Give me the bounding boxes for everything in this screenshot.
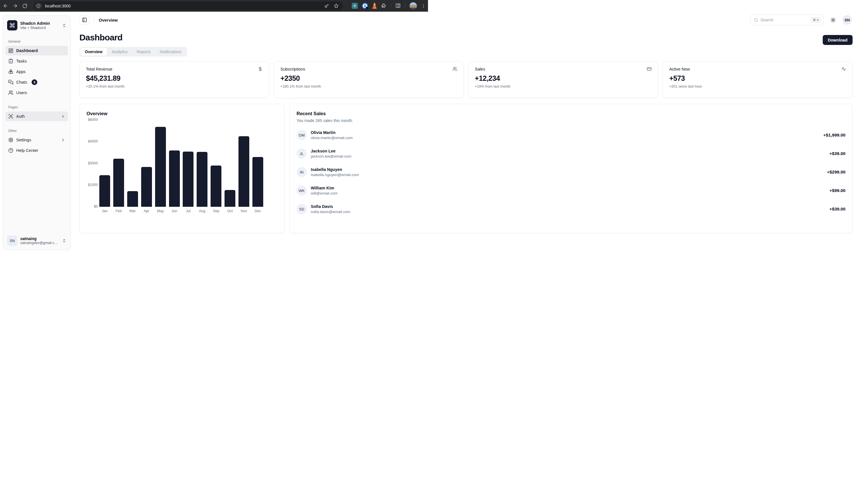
onepassword-icon[interactable] [362, 3, 368, 9]
tab-reports[interactable]: Reports [132, 48, 155, 56]
help-circle-icon [8, 148, 13, 153]
sidebar-item-chats[interactable]: Chats 3 [5, 77, 68, 87]
sidebar: Shadcn Admin Vite + ShadcnUI General Das… [3, 15, 71, 250]
gear-icon [8, 137, 13, 143]
sidebar-item-help-center[interactable]: Help Center [5, 146, 68, 155]
chart-bar[interactable] [211, 165, 222, 207]
chart-bar-column: Jun [169, 120, 180, 207]
recent-sales-title: Recent Sales [297, 111, 428, 116]
key-icon[interactable] [325, 3, 329, 8]
sale-email: olivia.martin@email.com [311, 136, 428, 140]
forward-icon[interactable] [10, 1, 20, 11]
team-switcher[interactable]: Shadcn Admin Vite + ShadcnUI [5, 18, 68, 33]
reading-list-icon[interactable] [395, 3, 401, 8]
list-item: JL Jackson Lee jackson.lee@email.com +$3… [297, 148, 428, 159]
chart-xtick-label: Dec [252, 209, 263, 213]
avatar: IN [297, 167, 307, 177]
tab-notifications[interactable]: Notifications [155, 48, 186, 56]
sidebar-item-apps[interactable]: Apps [5, 67, 68, 76]
sale-name: Olivia Martin [311, 130, 428, 135]
chart-bar[interactable] [239, 136, 249, 207]
stat-value: $45,231.89 [86, 74, 263, 83]
user-name: satnaing [20, 236, 59, 241]
chevrons-up-down-icon [62, 239, 66, 243]
chart-xtick-label: Sep [210, 209, 222, 213]
user-menu[interactable]: SN satnaing satnaingdev@gmail.com [5, 234, 68, 248]
sidebar-item-settings[interactable]: Settings [5, 135, 68, 145]
info-icon[interactable] [35, 2, 42, 10]
overview-chart-card: Overview $6000$4500$3000$1500$0 JanFebMa… [80, 104, 284, 233]
stat-value: +2350 [280, 74, 428, 83]
chart-bar-column: May [155, 120, 166, 207]
chart-bar-column: Oct [224, 120, 235, 207]
reload-icon[interactable] [20, 1, 30, 11]
puzzle-icon[interactable] [381, 3, 386, 8]
stat-card-total-revenue: Total Revenue $45,231.89 +20.1% from las… [80, 61, 269, 98]
teal-extension-icon[interactable]: ✳ [352, 3, 358, 9]
sidebar-item-auth[interactable]: Auth [5, 111, 68, 121]
chart-bar[interactable] [99, 175, 110, 207]
avatar: WK [297, 185, 307, 196]
section-label-general: General [5, 39, 68, 43]
chart-bar[interactable] [252, 157, 263, 207]
url-text[interactable]: localhost:3000 [45, 4, 325, 8]
sidebar-item-users[interactable]: Users [5, 88, 68, 97]
chart-xtick-label: Jan [99, 209, 110, 213]
lighthouse-icon[interactable] [372, 3, 377, 9]
chart-ytick-label: $0 [87, 204, 98, 209]
tabs-list: Overview Analytics Reports Notifications [80, 47, 187, 57]
sidebar-item-label: Apps [16, 69, 25, 74]
command-icon [7, 20, 17, 31]
bar-chart: $6000$4500$3000$1500$0 JanFebMarAprMayJu… [87, 120, 277, 218]
chart-bar[interactable] [113, 159, 124, 207]
chart-title: Overview [87, 111, 277, 116]
stat-title: Subscriptions [280, 67, 305, 71]
page-title: Dashboard [80, 33, 428, 42]
panel-left-icon [82, 17, 87, 22]
chart-bar-column: Aug [196, 120, 208, 207]
chart-bar-column: Nov [238, 120, 249, 207]
chart-bar-column: Dec [252, 120, 263, 207]
chart-bar[interactable] [127, 191, 138, 207]
tab-analytics[interactable]: Analytics [107, 48, 132, 56]
chart-bar-column: Sep [210, 120, 222, 207]
breadcrumb: Overview [99, 18, 118, 22]
chart-bar[interactable] [169, 150, 180, 207]
chats-badge: 3 [32, 79, 37, 85]
avatar: SD [297, 204, 307, 214]
chart-xtick-label: Mar [127, 209, 138, 213]
user-avatar: SN [7, 235, 17, 246]
boxes-icon [8, 69, 13, 74]
section-label-other: Other [5, 129, 68, 133]
menu-dots-icon[interactable] [421, 4, 426, 8]
tab-overview[interactable]: Overview [80, 48, 107, 56]
chart-bar[interactable] [183, 151, 193, 207]
sidebar-item-tasks[interactable]: Tasks [5, 56, 68, 66]
profile-avatar[interactable] [409, 2, 417, 10]
chart-xtick-label: Oct [224, 209, 235, 213]
list-item: SD Sofia Davis sofia.davis@email.com +$3… [297, 204, 428, 214]
team-name: Shadcn Admin [20, 21, 59, 26]
sidebar-item-label: Dashboard [16, 48, 38, 53]
chart-bar[interactable] [197, 152, 207, 207]
chart-xtick-label: Feb [113, 209, 124, 213]
sidebar-toggle-button[interactable] [80, 15, 89, 25]
chart-bar[interactable] [225, 190, 235, 207]
sale-name: Jackson Lee [311, 149, 428, 153]
stat-change: +180.1% from last month [280, 84, 428, 88]
sale-email: sofia.davis@email.com [311, 210, 428, 214]
sidebar-item-label: Tasks [16, 59, 27, 64]
lock-scan-icon [8, 114, 13, 119]
sale-email: isabella.nguyen@email.com [311, 173, 428, 177]
stat-card-subscriptions: Subscriptions +2350 +180.1% from last mo… [274, 61, 428, 98]
sidebar-item-dashboard[interactable]: Dashboard [5, 46, 68, 55]
chart-xtick-label: Nov [238, 209, 249, 213]
chart-bar[interactable] [155, 127, 166, 207]
recent-sales-card: Recent Sales You made 265 sales this mon… [290, 104, 428, 233]
address-bar[interactable]: localhost:3000 [34, 1, 343, 10]
chart-bar[interactable] [141, 167, 152, 207]
sidebar-item-label: Users [16, 90, 27, 95]
avatar: OM [297, 130, 307, 140]
star-icon[interactable] [334, 3, 339, 8]
back-icon[interactable] [1, 1, 10, 11]
